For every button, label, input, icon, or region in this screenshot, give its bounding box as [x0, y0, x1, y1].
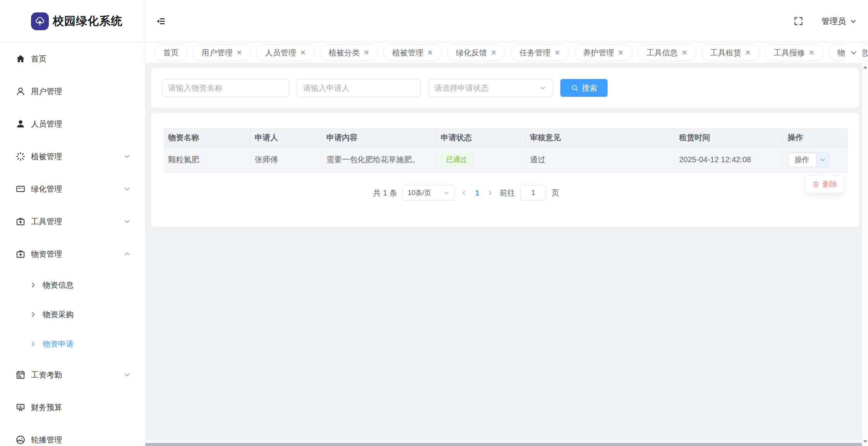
sidebar-item-budget[interactable]: 财务预算: [0, 391, 145, 424]
col-status: 申请状态: [436, 129, 525, 147]
fold-sidebar-icon[interactable]: [156, 16, 166, 26]
sidebar-item-payroll[interactable]: 工资考勤: [0, 359, 145, 391]
tab-vegetation-management[interactable]: 植被管理✕: [383, 44, 442, 61]
user-name: 管理员: [822, 16, 846, 27]
scroll-down-arrow[interactable]: [863, 440, 867, 443]
goto-page-input[interactable]: [520, 185, 546, 201]
close-icon[interactable]: ✕: [300, 49, 306, 56]
user-menu[interactable]: 管理员: [822, 16, 857, 27]
supply-name-input[interactable]: [162, 79, 289, 97]
tab-maintenance-management[interactable]: 养护管理✕: [574, 44, 633, 61]
status-badge: 已通过: [441, 153, 473, 166]
burst-icon: [16, 151, 26, 161]
sidebar-item-vegetation[interactable]: 植被管理: [0, 140, 145, 173]
chevron-down-icon: [123, 153, 131, 160]
tab-label: 首页: [163, 48, 179, 58]
chevron-down-icon: [849, 48, 858, 57]
row-action-button[interactable]: 操作: [788, 153, 816, 167]
delete-menu-item[interactable]: 删除: [823, 179, 837, 189]
header-actions: 管理员: [793, 16, 868, 27]
close-icon[interactable]: ✕: [363, 49, 369, 56]
home-icon: [16, 54, 26, 64]
close-icon[interactable]: ✕: [682, 49, 687, 56]
tab-personnel-management[interactable]: 人员管理✕: [256, 44, 315, 61]
sidebar-subitem-supply-apply[interactable]: 物资申请: [0, 329, 145, 359]
page-size-select[interactable]: 10条/页: [403, 185, 455, 201]
tab-tool-info[interactable]: 工具信息✕: [638, 44, 696, 61]
tree-icon: [34, 15, 46, 27]
sidebar-item-label: 绿化管理: [31, 184, 123, 194]
sidebar-subitem-supply-info[interactable]: 物资信息: [0, 270, 145, 300]
tab-tool-rental[interactable]: 工具租赁✕: [701, 44, 760, 61]
close-icon[interactable]: ✕: [427, 49, 433, 56]
applicant-input[interactable]: [297, 79, 421, 97]
cell-status: 已通过: [436, 147, 525, 173]
page-number-current[interactable]: 1: [475, 189, 479, 197]
table-card: 物资名称 申请人 申请内容 申请状态 审核意见 租赁时间 操作 颗粒氮肥 张师傅…: [151, 113, 859, 227]
sidebar-item-label: 物资管理: [31, 249, 123, 259]
close-icon[interactable]: ✕: [745, 49, 751, 56]
sidebar-item-home[interactable]: 首页: [0, 43, 145, 75]
app-title: 校园绿化系统: [53, 14, 122, 29]
horizontal-scrollbar-thumb[interactable]: [145, 443, 862, 446]
sidebar-item-label: 财务预算: [31, 402, 131, 413]
tab-user-management[interactable]: 用户管理✕: [193, 44, 251, 61]
kit-plus-icon: [16, 249, 26, 259]
user-outline-icon: [16, 86, 26, 96]
sidebar-subitem-supply-purchase[interactable]: 物资采购: [0, 300, 145, 329]
sidebar-item-carousel[interactable]: 轮播管理: [0, 424, 145, 446]
cell-content: 需要一包化肥给花草施肥。: [322, 147, 436, 173]
tab-greening-feedback[interactable]: 绿化反馈✕: [447, 44, 505, 61]
close-icon[interactable]: ✕: [491, 49, 496, 56]
prev-page-icon[interactable]: [460, 189, 468, 197]
close-icon[interactable]: ✕: [618, 49, 624, 56]
sidebar: 校园绿化系统 首页 用户管理 人员管理 植被管理 绿化管理 工具管理: [0, 0, 145, 446]
goto-unit: 页: [551, 188, 559, 198]
cell-supply-name: 颗粒氮肥: [164, 147, 250, 173]
scroll-up-arrow[interactable]: [863, 66, 867, 69]
col-time: 租赁时间: [674, 129, 783, 147]
sidebar-item-tools[interactable]: 工具管理: [0, 205, 145, 238]
chevron-up-icon: [123, 250, 131, 258]
tab-home[interactable]: 首页: [154, 44, 188, 61]
sidebar-item-label: 首页: [31, 54, 131, 64]
close-icon[interactable]: ✕: [809, 49, 815, 56]
fullscreen-icon[interactable]: [793, 16, 804, 26]
col-actions: 操作: [783, 129, 848, 147]
tab-tool-repair[interactable]: 工具报修✕: [765, 44, 823, 61]
close-icon[interactable]: ✕: [236, 49, 242, 56]
status-select[interactable]: 请选择申请状态: [429, 79, 553, 97]
close-icon[interactable]: ✕: [554, 49, 560, 56]
tab-label: 绿化反馈: [456, 48, 487, 58]
cell-review: 通过: [525, 147, 674, 173]
next-page-icon[interactable]: [486, 189, 494, 197]
tab-vegetation-category[interactable]: 植被分类✕: [320, 44, 378, 61]
chevron-down-icon: [539, 84, 547, 92]
status-select-placeholder: 请选择申请状态: [434, 83, 489, 93]
chevron-down-icon: [123, 218, 131, 225]
tab-label: 人员管理: [265, 48, 296, 58]
picture-icon: [16, 435, 26, 445]
tab-label: 植被管理: [392, 48, 423, 58]
chevron-down-icon: [849, 17, 857, 25]
chevron-right-icon: [29, 281, 37, 289]
sidebar-item-users[interactable]: 用户管理: [0, 75, 145, 108]
tab-task-management[interactable]: 任务管理✕: [510, 44, 569, 61]
chevron-right-icon: [29, 340, 37, 348]
tab-bar: 首页 用户管理✕ 人员管理✕ 植被分类✕ 植被管理✕ 绿化反馈✕ 任务管理✕ 养…: [145, 43, 868, 63]
sidebar-item-personnel[interactable]: 人员管理: [0, 108, 145, 140]
row-action-button-group: 操作: [788, 153, 829, 167]
chevron-down-icon: [123, 371, 131, 379]
col-content: 申请内容: [322, 129, 436, 147]
tab-overflow-button[interactable]: [845, 43, 863, 63]
tab-label: 养护管理: [583, 48, 614, 58]
search-button[interactable]: 搜索: [560, 79, 608, 97]
kit-plus-icon: [16, 216, 26, 226]
sidebar-item-greening[interactable]: 绿化管理: [0, 173, 145, 205]
row-action-caret[interactable]: [816, 153, 829, 167]
sidebar-menu: 首页 用户管理 人员管理 植被管理 绿化管理 工具管理 物资管理: [0, 43, 145, 446]
search-row: 请选择申请状态 搜索: [151, 68, 859, 97]
vertical-scrollbar[interactable]: [862, 63, 868, 446]
pagination-total: 共 1 条: [373, 188, 397, 198]
sidebar-item-supplies[interactable]: 物资管理: [0, 238, 145, 270]
